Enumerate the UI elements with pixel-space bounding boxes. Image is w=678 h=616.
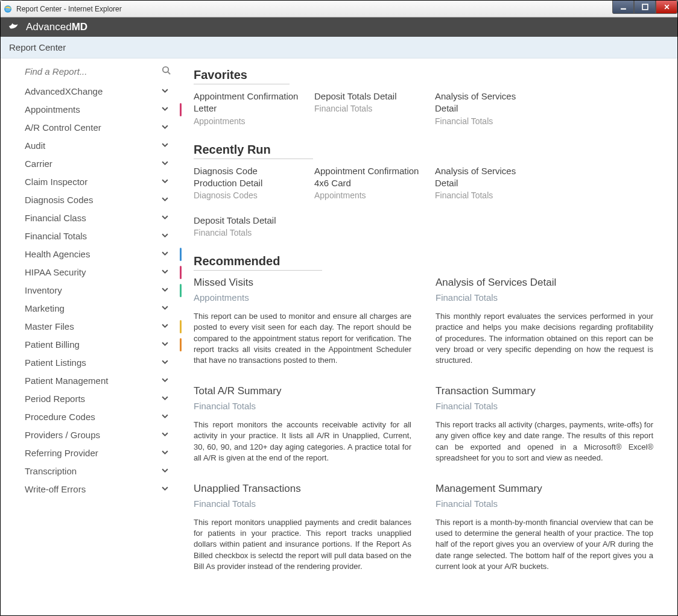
category-marker xyxy=(180,320,182,333)
report-title: Appointment Confirmation 4x6 Card xyxy=(314,165,420,190)
report-title: Diagnosis Code Production Detail xyxy=(194,165,300,190)
sidebar-item[interactable]: Financial Totals xyxy=(1,227,182,245)
chevron-down-icon xyxy=(162,104,168,116)
report-title: Analysis of Services Detail xyxy=(435,165,541,190)
report-title: Analysis of Services Detail xyxy=(435,90,541,115)
recommended-section: Recommended Missed VisitsAppointmentsThi… xyxy=(194,254,653,572)
chevron-down-icon xyxy=(162,176,168,188)
recent-heading: Recently Run xyxy=(194,143,313,159)
window-close-button[interactable] xyxy=(656,1,677,14)
recommended-card[interactable]: Unapplied TransactionsFinancial TotalsTh… xyxy=(194,483,411,572)
sidebar-item[interactable]: Write-off Errors xyxy=(1,480,182,498)
window-title: Report Center - Internet Explorer xyxy=(16,5,122,13)
report-category: Financial Totals xyxy=(194,228,300,237)
sidebar-item[interactable]: Referring Provider xyxy=(1,444,182,462)
sidebar-item[interactable]: Appointments xyxy=(1,101,182,119)
report-category: Financial Totals xyxy=(435,190,541,200)
window-maximize-button[interactable] xyxy=(634,1,656,14)
report-category: Financial Totals xyxy=(194,401,411,411)
window-controls xyxy=(612,1,677,14)
report-card[interactable]: Appointment Confirmation LetterAppointme… xyxy=(194,90,300,126)
sidebar-item[interactable]: Period Reports xyxy=(1,390,182,408)
sidebar-item[interactable]: Providers / Groups xyxy=(1,426,182,444)
chevron-down-icon xyxy=(162,122,168,134)
chevron-down-icon xyxy=(162,230,168,242)
report-description: This report tracks all activity (charges… xyxy=(436,420,653,464)
sidebar-item[interactable]: Marketing xyxy=(1,300,182,318)
svg-rect-3 xyxy=(642,4,648,10)
sidebar-item-label: Write-off Errors xyxy=(25,483,162,495)
sidebar-item[interactable]: Audit xyxy=(1,137,182,155)
sidebar-item[interactable]: Patient Listings xyxy=(1,354,182,372)
report-description: This report can be used to monitor and e… xyxy=(194,311,411,366)
search-icon[interactable] xyxy=(162,66,171,77)
report-card[interactable]: Diagnosis Code Production DetailDiagnosi… xyxy=(194,165,300,201)
page-subheader: Report Center xyxy=(1,37,677,58)
sidebar-item[interactable]: Inventory xyxy=(1,281,182,300)
report-title: Unapplied Transactions xyxy=(194,483,411,495)
recommended-card[interactable]: Management SummaryFinancial TotalsThis r… xyxy=(436,483,653,572)
sidebar-item-label: AdvancedXChange xyxy=(25,86,162,98)
report-card[interactable]: Deposit Totals DetailFinancial Totals xyxy=(194,215,300,237)
report-title: Total A/R Summary xyxy=(194,385,411,397)
sidebar-item-label: Diagnosis Codes xyxy=(25,194,162,206)
sidebar-item[interactable]: A/R Control Center xyxy=(1,119,182,137)
chevron-down-icon xyxy=(162,339,168,351)
recommended-heading: Recommended xyxy=(194,254,322,271)
report-card[interactable]: Analysis of Services DetailFinancial Tot… xyxy=(435,165,541,201)
recommended-card[interactable]: Total A/R SummaryFinancial TotalsThis re… xyxy=(194,385,411,464)
report-card[interactable]: Analysis of Services DetailFinancial Tot… xyxy=(435,90,541,126)
sidebar-item-label: HIPAA Security xyxy=(25,266,162,278)
sidebar-item[interactable]: Transcription xyxy=(1,462,182,480)
search-input[interactable] xyxy=(25,66,162,77)
sidebar-item-label: Carrier xyxy=(25,158,162,170)
recommended-card[interactable]: Analysis of Services DetailFinancial Tot… xyxy=(436,277,653,366)
category-marker xyxy=(180,103,182,116)
favorites-row: Appointment Confirmation LetterAppointme… xyxy=(194,90,653,126)
recommended-card[interactable]: Missed VisitsAppointmentsThis report can… xyxy=(194,277,411,366)
report-title: Transaction Summary xyxy=(436,385,653,397)
report-description: This report is a month-by-month financia… xyxy=(436,517,653,572)
report-category: Financial Totals xyxy=(436,498,653,509)
report-card[interactable]: Appointment Confirmation 4x6 CardAppoint… xyxy=(314,165,420,201)
sidebar-item[interactable]: Financial Class xyxy=(1,209,182,227)
sidebar-item[interactable]: Procedure Codes xyxy=(1,408,182,426)
sidebar-item-label: Patient Management xyxy=(25,375,162,387)
chevron-down-icon xyxy=(162,447,168,459)
sidebar-nav-list: AdvancedXChangeAppointmentsA/R Control C… xyxy=(1,83,182,498)
report-title: Management Summary xyxy=(436,483,653,495)
chevron-down-icon xyxy=(162,86,168,98)
sidebar-item-label: Period Reports xyxy=(25,393,162,405)
sidebar-item[interactable]: Claim Inspector xyxy=(1,173,182,191)
report-description: This report monitors the accounts receiv… xyxy=(194,420,411,464)
svg-point-4 xyxy=(163,67,168,72)
sidebar-item[interactable]: Carrier xyxy=(1,155,182,173)
sidebar-item[interactable]: Patient Management xyxy=(1,372,182,390)
sidebar-item[interactable]: HIPAA Security xyxy=(1,263,182,281)
report-card[interactable]: Deposit Totals DetailFinancial Totals xyxy=(314,90,420,126)
report-title: Appointment Confirmation Letter xyxy=(194,90,300,115)
window-titlebar[interactable]: Report Center - Internet Explorer xyxy=(1,1,677,17)
svg-line-5 xyxy=(168,72,170,74)
sidebar-item[interactable]: Diagnosis Codes xyxy=(1,191,182,209)
chevron-down-icon xyxy=(162,393,168,405)
sidebar-item-label: Master Files xyxy=(25,321,162,333)
brand-bar: AdvancedMD xyxy=(1,17,677,37)
window-minimize-button[interactable] xyxy=(612,1,634,14)
brand-logo-icon xyxy=(8,20,21,34)
sidebar-item[interactable]: Health Agencies xyxy=(1,245,182,263)
recommended-card[interactable]: Transaction SummaryFinancial TotalsThis … xyxy=(436,385,653,464)
report-description: This monthly report evaluates the servic… xyxy=(436,311,653,366)
sidebar-item-label: Financial Class xyxy=(25,212,162,224)
report-description: This report monitors unapplied payments … xyxy=(194,517,411,572)
sidebar-item[interactable]: AdvancedXChange xyxy=(1,83,182,101)
sidebar-item[interactable]: Patient Billing xyxy=(1,336,182,354)
chevron-down-icon xyxy=(162,212,168,224)
category-marker xyxy=(180,266,182,279)
category-marker xyxy=(180,284,182,297)
sidebar-item[interactable]: Master Files xyxy=(1,318,182,336)
chevron-down-icon xyxy=(162,248,168,260)
sidebar: AdvancedXChangeAppointmentsA/R Control C… xyxy=(1,58,182,615)
chevron-down-icon xyxy=(162,357,168,369)
content-area: AdvancedXChangeAppointmentsA/R Control C… xyxy=(1,58,677,615)
